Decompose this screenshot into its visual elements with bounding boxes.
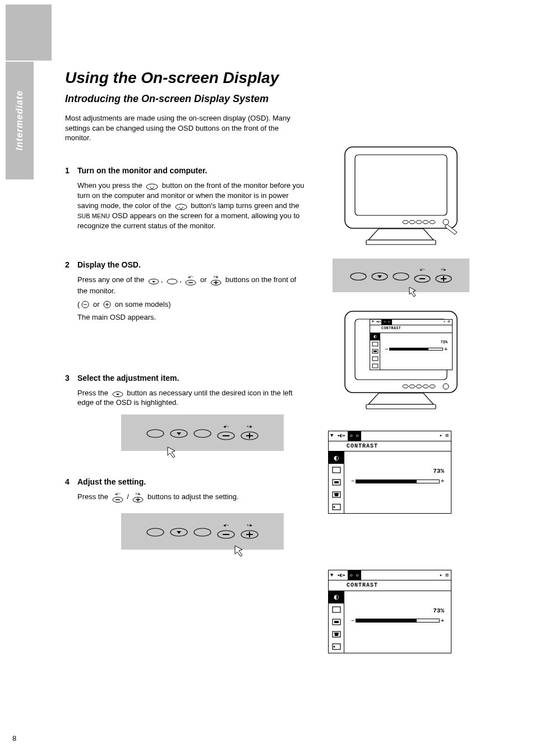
button-panel: ◂/− +/▸ xyxy=(121,414,284,451)
svg-rect-76 xyxy=(372,364,378,368)
osd-icon-contrast: ◐ xyxy=(370,333,380,340)
osd-icon xyxy=(370,340,380,348)
step-heading: Adjust the setting. xyxy=(77,477,146,486)
svg-text:◂/−: ◂/− xyxy=(115,492,121,496)
osd-mini: ▼◂◐▸ ☼ ☼ ▸ ⊡ CONTRAST ◐ 73% −+ xyxy=(370,319,453,370)
hand-pointer-icon xyxy=(407,284,421,299)
down-button-icon xyxy=(169,426,189,439)
svg-text:+/▸: +/▸ xyxy=(135,492,141,496)
osd-slider: − + xyxy=(350,477,445,485)
svg-text:◂/−: ◂/− xyxy=(223,523,229,528)
svg-text:+/▸: +/▸ xyxy=(247,424,253,429)
sidebar-label: Intermediate xyxy=(13,90,26,150)
osd-icon xyxy=(370,355,380,362)
nav-icons: ◂◐▸ xyxy=(335,572,347,579)
step1-body: When you press the button on the front o… xyxy=(77,181,306,231)
svg-rect-71 xyxy=(366,404,436,409)
osd-icon-size xyxy=(329,464,344,476)
svg-point-67 xyxy=(416,385,422,388)
minus-icon: ◂/− xyxy=(112,492,124,503)
down-icon xyxy=(112,389,124,398)
blank-icon xyxy=(166,276,178,285)
osd-icon-contrast: ◐ xyxy=(329,451,344,464)
osd-slider: − + xyxy=(350,617,445,625)
osd-percent: 73% xyxy=(440,340,448,345)
osd-title: CONTRAST xyxy=(329,441,451,452)
osd-icon xyxy=(370,362,380,370)
step-heading: Display the OSD. xyxy=(77,260,141,269)
svg-text:+/▸: +/▸ xyxy=(441,268,446,271)
down-icon xyxy=(147,276,160,285)
svg-rect-52 xyxy=(366,240,436,245)
svg-point-19 xyxy=(194,430,211,437)
svg-point-48 xyxy=(416,220,422,224)
svg-rect-74 xyxy=(373,351,377,352)
down-button-icon xyxy=(370,269,389,282)
step3-body: Press the button as necessary until the … xyxy=(77,388,306,408)
blank-button-icon xyxy=(192,426,213,439)
down-arrow-icon: ▼ xyxy=(329,432,335,439)
nav-icons: ◂◐▸ xyxy=(335,432,347,439)
osd-fill xyxy=(356,619,417,622)
svg-point-65 xyxy=(403,385,408,388)
svg-point-70 xyxy=(443,384,449,389)
minus-circle-icon xyxy=(81,300,90,309)
osd-panel: ▼ ◂◐▸ ☼ ☼ ▸ ⊡ CONTRAST ◐ 73% − + xyxy=(328,431,451,514)
svg-point-47 xyxy=(409,220,415,224)
step-number: 3 xyxy=(65,373,77,384)
exit-icon: ▸ ⊡ xyxy=(437,572,451,579)
svg-point-68 xyxy=(423,385,428,388)
plus-button-icon: +/▸ xyxy=(239,423,260,441)
svg-point-46 xyxy=(403,220,408,224)
osd-title: CONTRAST xyxy=(329,580,451,591)
osd-icon xyxy=(370,348,380,355)
osd-title: CONTRAST xyxy=(370,325,452,333)
osd-fill xyxy=(356,480,417,483)
svg-point-49 xyxy=(423,220,428,224)
svg-rect-77 xyxy=(333,467,340,473)
page-title: Using the On-screen Display xyxy=(65,67,306,89)
intro-paragraph: Most adjustments are made using the on-s… xyxy=(65,113,306,143)
osd-icon-size xyxy=(329,603,344,616)
sub-menu-icon xyxy=(145,181,159,191)
svg-point-50 xyxy=(430,220,435,224)
sub-menu-icon xyxy=(174,201,188,211)
osd-percent: 73% xyxy=(433,467,444,476)
svg-rect-79 xyxy=(334,481,339,483)
step-heading: Turn on the monitor and computer. xyxy=(77,166,207,175)
svg-point-53 xyxy=(350,273,366,280)
page-number: 8 xyxy=(12,734,16,744)
step-number: 1 xyxy=(65,165,77,176)
svg-text:+/▸: +/▸ xyxy=(247,523,253,528)
osd-icon-geometry xyxy=(329,488,344,501)
header-highlight: ☼ ☼ xyxy=(348,431,361,441)
svg-point-17 xyxy=(147,430,164,437)
osd-icon-contrast: ◐ xyxy=(329,591,344,603)
step4-body: Press the ◂/− / +/▸ buttons to adjust th… xyxy=(77,492,306,503)
svg-rect-45 xyxy=(355,155,447,215)
down-arrow-icon: ▼ xyxy=(329,572,335,579)
osd-percent: 73% xyxy=(433,607,444,615)
osd-panel: ▼ ◂◐▸ ☼ ☼ ▸ ⊡ CONTRAST ◐ 73% − + xyxy=(328,570,451,653)
exit-icon: ▸ ⊡ xyxy=(437,432,451,439)
hand-pointer-icon xyxy=(232,543,249,560)
svg-point-88 xyxy=(333,646,335,647)
control-strip: ◂/− +/▸ xyxy=(333,259,469,292)
svg-point-82 xyxy=(333,506,335,508)
blank-button-icon xyxy=(145,426,165,439)
osd-icon-extra xyxy=(329,501,344,513)
plus-button-icon: +/▸ xyxy=(434,267,453,284)
osd-icon-geometry xyxy=(329,628,344,640)
svg-point-69 xyxy=(430,385,435,388)
svg-rect-75 xyxy=(372,357,378,361)
hand-pointer-icon xyxy=(165,444,182,461)
plus-circle-icon xyxy=(103,300,112,309)
osd-icon-extra xyxy=(329,640,344,653)
osd-icon-position xyxy=(329,476,344,488)
plus-icon: +/▸ xyxy=(210,275,222,286)
plus-icon: +/▸ xyxy=(132,492,144,503)
blank-button-icon xyxy=(192,524,213,538)
svg-point-34 xyxy=(147,528,164,536)
plus-button-icon: +/▸ xyxy=(239,522,260,540)
step-number: 2 xyxy=(65,260,77,270)
